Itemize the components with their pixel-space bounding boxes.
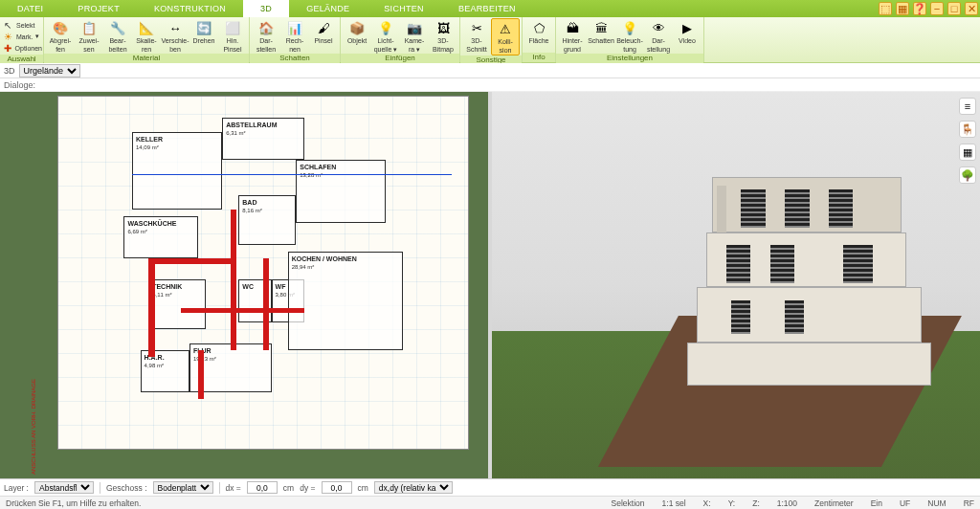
tree-icon[interactable]: 🌳 (959, 166, 976, 184)
ribbon-btn-1-6[interactable]: ⬜Hin.Pinsel (218, 18, 247, 54)
mark-label[interactable]: Mark. (16, 33, 33, 40)
menu-tab-3d[interactable]: 3D (243, 0, 289, 17)
menu-tab-konstruktion[interactable]: KONSTRUKTION (137, 0, 243, 17)
ribbon-btn-6-0[interactable]: 🏔Hinter-grund (558, 18, 587, 54)
cm-label-1: cm (283, 483, 294, 493)
view-mode-label: 3D (4, 66, 15, 76)
dialoge-label: Dialoge: (0, 78, 980, 92)
floorplan-pane[interactable]: KELLER14,09 m²ABSTELLRAUM6,31 m²SCHLAFEN… (0, 92, 488, 478)
ribbon-btn-2-0[interactable]: 🏠Dar-stellen (252, 18, 280, 54)
menu-tab-projekt[interactable]: PROJEKT (60, 0, 137, 17)
ribbon-icon: 📷 (406, 19, 423, 36)
status-sel: 1:1 sel (662, 498, 686, 508)
ribbon-icon: 🏛 (592, 19, 610, 36)
room-bad[interactable]: BAD8,16 m² (238, 195, 296, 245)
toolbar-icon-5[interactable]: □ (947, 2, 961, 15)
ribbon-btn-4-1[interactable]: ⚠Kolli-sion (491, 18, 520, 55)
room-schlafen[interactable]: SCHLAFEN13,28 m² (296, 160, 386, 223)
dy-input[interactable] (322, 481, 352, 494)
ribbon-icon: 🖼 (434, 19, 452, 36)
ribbon-btn-6-1[interactable]: 🏛Schatten (587, 18, 615, 45)
status-rf: RF (964, 498, 974, 508)
ribbon-btn-3-2[interactable]: 📷Kame-ra ▾ (400, 18, 429, 54)
ribbon-btn-3-0[interactable]: 📦Objekt (343, 18, 371, 45)
toolbar-icon-2[interactable]: ▦ (896, 2, 909, 15)
dx-input[interactable] (247, 481, 278, 494)
ribbon-icon: 💡 (377, 19, 394, 36)
grid-icon[interactable]: ▦ (959, 144, 976, 161)
toolbar-icon-1[interactable]: ⬚ (879, 2, 892, 15)
ribbon-btn-1-0[interactable]: 🎨Abgrei-fen (46, 18, 75, 54)
menu-tab-sichten[interactable]: SICHTEN (367, 0, 441, 17)
ribbon-btn-2-2[interactable]: 🖌Pinsel (309, 18, 338, 45)
geschoss-label: Geschoss : (106, 483, 147, 493)
status-z: Z: (752, 498, 760, 508)
floorplan-sheet[interactable]: KELLER14,09 m²ABSTELLRAUM6,31 m²SCHLAFEN… (57, 96, 469, 450)
cm-label-2: cm (358, 483, 368, 493)
ribbon-icon: ↔ (167, 19, 184, 36)
layer-dropdown[interactable]: Abstandsfl (34, 481, 94, 494)
room-waschkche[interactable]: WASCHKÜCHE6,69 m² (123, 216, 197, 258)
toolbar-icon-3[interactable]: ❓ (913, 2, 926, 15)
plan-annotation: ANSCHLUSS AN VORH. DRAINAGE (31, 379, 36, 475)
ribbon-btn-2-1[interactable]: 📊Rech-nen (280, 18, 309, 54)
layer-select[interactable]: Urgelände (19, 64, 80, 77)
status-uf: UF (900, 498, 910, 508)
bottom-toolbar: Layer : Abstandsfl Geschoss : Bodenplatt… (0, 478, 980, 496)
mark-icon: ☀ (4, 32, 14, 42)
room-abstellraum[interactable]: ABSTELLRAUM6,31 m² (222, 118, 304, 160)
ribbon-btn-1-5[interactable]: 🔄Drehen (189, 18, 218, 45)
ribbon-icon: 🎨 (52, 19, 69, 36)
status-scale: 1:100 (777, 498, 797, 508)
status-bar: Drücken Sie F1, um Hilfe zu erhalten. Se… (0, 496, 980, 509)
menu-tab-bearbeiten[interactable]: BEARBEITEN (441, 0, 533, 17)
ribbon-icon: ⬠ (530, 19, 547, 36)
ribbon-btn-5-0[interactable]: ⬠Fläche (524, 18, 553, 45)
ribbon-icon: 🔧 (109, 19, 126, 36)
ribbon-btn-3-3[interactable]: 🖼3D-Bitmap (429, 18, 457, 54)
status-selektion: Selektion (612, 498, 645, 508)
ribbon-icon: 💡 (621, 19, 638, 36)
ribbon-icon: 🖌 (315, 19, 332, 36)
ribbon-btn-6-4[interactable]: ▶Video (673, 18, 702, 45)
status-hint: Drücken Sie F1, um Hilfe zu erhalten. (6, 498, 141, 508)
coord-mode-dropdown[interactable]: dx,dy (relativ ka (374, 481, 453, 494)
group-einfuegen: Einfügen (341, 54, 459, 63)
room-keller[interactable]: KELLER14,09 m² (132, 132, 222, 210)
menu-tab-gelaende[interactable]: GELÄNDE (289, 0, 367, 17)
ribbon-btn-6-3[interactable]: 👁Dar-stellung (644, 18, 673, 54)
ribbon-btn-3-1[interactable]: 💡Licht-quelle ▾ (371, 18, 400, 54)
group-material: Material (44, 54, 249, 63)
layers-icon[interactable]: ≡ (959, 98, 976, 115)
ribbon-icon: ▶ (679, 19, 696, 36)
sub-toolbar: 3D Urgelände (0, 63, 980, 78)
dy-label: dy = (300, 483, 315, 493)
room-technik[interactable]: TECHNIK6,11 m² (148, 279, 206, 329)
ribbon-btn-1-3[interactable]: 📐Skalie-ren (132, 18, 161, 54)
cursor-icon: ↖ (4, 20, 14, 31)
toolbar-icon-4[interactable]: − (930, 2, 944, 15)
ribbon-icon: ✂ (468, 19, 485, 36)
menu-tab-datei[interactable]: DATEI (0, 0, 60, 17)
ribbon: ↖Selekt ☀Mark.▾ ✚Optionen Auswahl 🎨Abgre… (0, 17, 980, 63)
optionen-label[interactable]: Optionen (15, 45, 42, 52)
dx-label: dx = (226, 483, 241, 493)
toolbar-close-icon[interactable]: ✕ (965, 2, 978, 15)
ribbon-btn-1-4[interactable]: ↔Verschie-ben (161, 18, 189, 54)
furniture-icon[interactable]: 🪑 (959, 121, 976, 138)
ribbon-btn-1-2[interactable]: 🔧Bear-beiten (103, 18, 132, 54)
room-kochenwohnen[interactable]: KOCHEN / WOHNEN28,94 m² (288, 252, 403, 350)
main-splitview: KELLER14,09 m²ABSTELLRAUM6,31 m²SCHLAFEN… (0, 92, 980, 478)
selekt-label[interactable]: Selekt (16, 22, 34, 29)
ribbon-icon: 🏠 (257, 19, 275, 36)
ribbon-icon: 📦 (348, 19, 366, 36)
ribbon-btn-4-0[interactable]: ✂3D-Schnitt (462, 18, 491, 54)
ribbon-btn-1-1[interactable]: 📋Zuwei-sen (75, 18, 103, 54)
3d-view-tools: ≡ 🪑 ▦ 🌳 (959, 98, 976, 184)
ribbon-icon: 🏔 (564, 19, 581, 36)
ribbon-btn-6-2[interactable]: 💡Beleuch-tung (615, 18, 644, 54)
3d-view-pane[interactable]: ≡ 🪑 ▦ 🌳 (492, 92, 980, 478)
status-x: X: (703, 498, 711, 508)
geschoss-dropdown[interactable]: Bodenplatt (153, 481, 213, 494)
ribbon-icon: ⬜ (224, 19, 241, 36)
